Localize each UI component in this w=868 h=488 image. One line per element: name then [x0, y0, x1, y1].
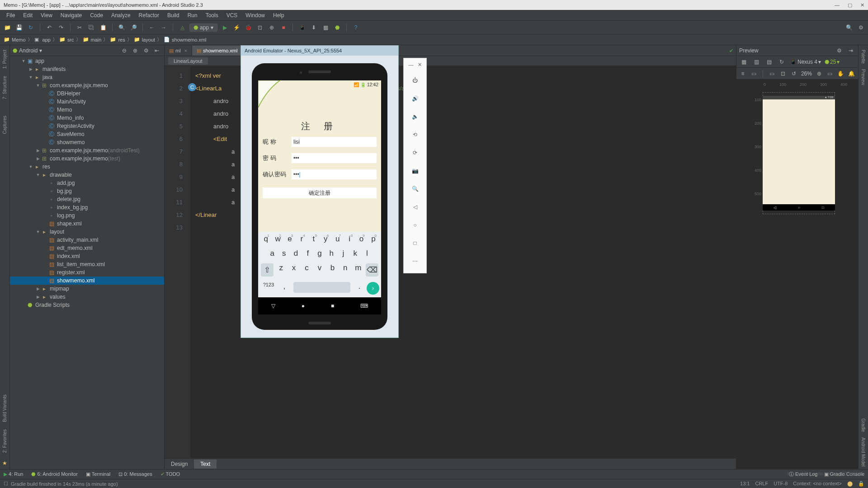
key-w[interactable]: w2 [272, 235, 283, 244]
editor-tab[interactable]: ▤ ml× [165, 46, 192, 56]
window-minimize[interactable]: — [835, 2, 840, 8]
open-icon[interactable]: 📁 [3, 23, 12, 32]
key-q[interactable]: q1 [260, 235, 272, 244]
emu-rotate-left-icon[interactable]: ⟲ [404, 126, 426, 144]
tab-gradle[interactable]: Gradle [860, 416, 867, 435]
emu-back-icon[interactable]: ◁ [404, 198, 426, 216]
key-n[interactable]: n [339, 263, 352, 277]
tree-node[interactable]: ▶⊞com.example.jsjx.memo (androidTest) [10, 146, 164, 155]
backspace-key[interactable]: ⌫ [366, 263, 378, 277]
emu-power-icon[interactable]: ⏻ [404, 71, 426, 89]
key-r[interactable]: r4 [296, 235, 307, 244]
zoom-reset-icon[interactable]: ↺ [790, 69, 797, 78]
window-maximize[interactable]: ▢ [848, 2, 852, 8]
tree-node[interactable]: ▤activity_main.xml [10, 236, 164, 244]
emu-volume-up-icon[interactable]: 🔊 [404, 89, 426, 108]
collapse-icon[interactable]: ⊖ [120, 46, 129, 55]
tree-node[interactable]: ▶▸mipmap [10, 285, 164, 293]
zoom-fit-icon[interactable]: ⊡ [779, 69, 787, 78]
hide-icon[interactable]: ⇤ [152, 46, 161, 55]
tree-node[interactable]: ⒸSaveMemo [10, 130, 164, 138]
profile-icon[interactable]: ⊡ [255, 23, 264, 32]
tree-node[interactable]: ▼▸layout [10, 228, 164, 236]
key-z[interactable]: z [274, 263, 287, 277]
key-a[interactable]: a [266, 249, 278, 258]
inspection-indicator-icon[interactable]: ⬤ [847, 481, 853, 487]
copy-icon[interactable]: ⿻ [87, 23, 96, 32]
tree-node[interactable]: ▤shape.xml [10, 220, 164, 228]
gear-icon[interactable]: ⚙ [142, 46, 151, 55]
orientation-icon[interactable]: ↻ [777, 57, 786, 66]
tree-node[interactable]: ▤showmemo.xml [10, 277, 164, 285]
tree-node[interactable]: ▫bg.jpg [10, 187, 164, 195]
breadcrumb-item[interactable]: 〉 📁main [76, 36, 102, 43]
tree-node[interactable]: ▤edt_memo.xml [10, 244, 164, 252]
menu-vcs[interactable]: VCS [223, 11, 241, 19]
key-x[interactable]: x [288, 263, 300, 277]
emu-rotate-right-icon[interactable]: ⟳ [404, 144, 426, 162]
theme-icon[interactable]: ≡ [739, 69, 746, 78]
menu-file[interactable]: File [3, 11, 19, 19]
stop-icon[interactable]: ■ [279, 23, 288, 32]
undo-icon[interactable]: ↶ [45, 23, 54, 32]
tree-node[interactable]: ▼▣app [10, 57, 164, 65]
apply-changes-icon[interactable]: ⚡ [232, 23, 241, 32]
tree-node[interactable]: ▶⊞com.example.jsjx.memo (test) [10, 155, 164, 163]
emu-more-icon[interactable]: ⋯ [404, 252, 426, 270]
tree-node[interactable]: ▫index_bg.jpg [10, 203, 164, 211]
project-view-selector[interactable]: ⬣ Android ▾ [13, 47, 42, 54]
debug-icon[interactable]: 🐞 [244, 23, 253, 32]
zoom-out-icon[interactable]: ▭ [769, 69, 776, 78]
line-ending[interactable]: CRLF [755, 481, 768, 487]
help-icon[interactable]: ? [351, 23, 360, 32]
key-c[interactable]: c [300, 263, 313, 277]
tab-terminal[interactable]: ▣ Terminal [86, 471, 110, 477]
tree-node[interactable]: ▤list_item_memo.xml [10, 260, 164, 268]
key-f[interactable]: f [302, 249, 314, 258]
emu-close[interactable]: ✕ [418, 62, 422, 68]
tree-node[interactable]: ⒸRegisterActivity [10, 122, 164, 130]
key-e[interactable]: e3 [284, 235, 296, 244]
breadcrumb-item[interactable]: 📁Memo [4, 37, 26, 43]
tree-node[interactable]: ▼⊞com.example.jsjx.memo [10, 81, 164, 89]
tab-project[interactable]: 1: Project [1, 47, 8, 71]
window-close[interactable]: ✕ [860, 2, 864, 8]
menu-run[interactable]: Run [184, 11, 201, 19]
resource-manager-icon[interactable]: ⬣ [333, 23, 342, 32]
tree-node[interactable]: ▼▸java [10, 73, 164, 81]
paste-icon[interactable]: 📋 [99, 23, 108, 32]
tree-node[interactable]: ▫log.png [10, 211, 164, 220]
confirm-password-input[interactable]: •••| [292, 169, 377, 179]
tree-node[interactable]: ⒸDBHelper [10, 89, 164, 98]
emu-zoom-icon[interactable]: 🔍 [404, 180, 426, 198]
menu-help[interactable]: Help [269, 11, 288, 19]
breadcrumb-item[interactable]: 〉 📁src [52, 36, 74, 43]
emu-minimize[interactable]: — [409, 62, 414, 68]
menu-edit[interactable]: Edit [19, 11, 36, 19]
view-mode-icon[interactable]: ▦ [739, 57, 748, 66]
target-icon[interactable]: ⊕ [131, 46, 140, 55]
tab-messages[interactable]: ⊡ 0: Messages [118, 471, 152, 477]
run-icon[interactable]: ▶ [220, 23, 229, 32]
breadcrumb-item[interactable]: 〉 📄showmemo.xml [157, 36, 206, 43]
soft-keyboard[interactable]: q1w2e3r4t5y6u7i8o9p0 asdfghjkl ⇧ zxcvbnm… [258, 232, 381, 297]
space-key[interactable] [293, 282, 351, 293]
cut-icon[interactable]: ✂ [75, 23, 84, 32]
breadcrumb-item[interactable]: 〉 📁res [103, 36, 125, 43]
emu-camera-icon[interactable]: 📷 [404, 162, 426, 180]
pan-icon[interactable]: ✋ [837, 69, 844, 78]
attach-icon[interactable]: ⊕ [267, 23, 276, 32]
menu-view[interactable]: View [37, 11, 56, 19]
nav-home-icon[interactable]: ● [302, 303, 305, 309]
key-l[interactable]: l [361, 249, 373, 258]
redo-icon[interactable]: ↷ [57, 23, 66, 32]
key-d[interactable]: d [290, 249, 302, 258]
key-t[interactable]: t5 [308, 235, 320, 244]
breadcrumb-item[interactable]: 〉 ▣app [28, 36, 51, 43]
avd-icon[interactable]: 📱 [297, 23, 307, 32]
tree-node[interactable]: ▼▸drawable [10, 171, 164, 179]
key-u[interactable]: u7 [331, 235, 343, 244]
tab-build-variants[interactable]: Build Variants [1, 392, 8, 425]
key-k[interactable]: k [349, 249, 361, 258]
tree-node[interactable]: ⒸMainActivity [10, 98, 164, 106]
